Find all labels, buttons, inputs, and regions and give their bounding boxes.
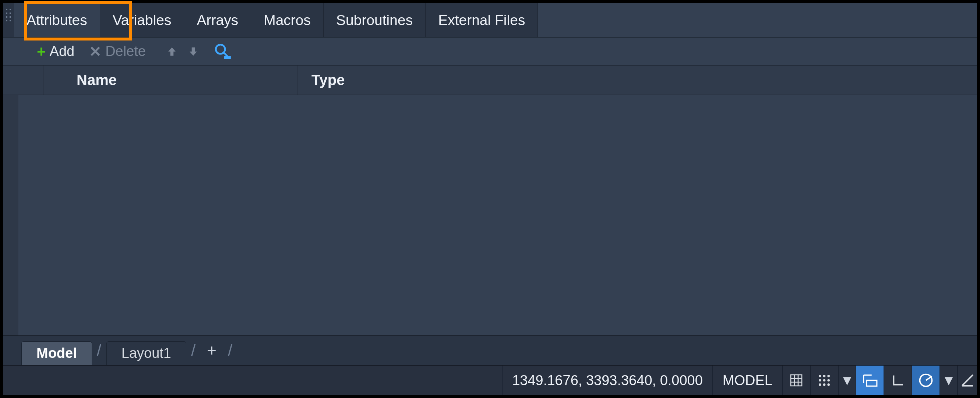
drag-handle-icon[interactable]	[6, 9, 11, 31]
tab-label: Attributes	[27, 12, 87, 29]
svg-point-8	[827, 379, 830, 382]
tab-arrays[interactable]: Arrays	[184, 3, 251, 37]
column-header-name[interactable]: Name	[43, 65, 298, 95]
angle-icon	[959, 372, 975, 388]
svg-point-5	[827, 375, 830, 377]
layout-tab-separator: /	[223, 341, 237, 360]
dynamic-input-button[interactable]	[856, 366, 883, 395]
layout-tab-separator: /	[186, 341, 200, 360]
grid-toggle-button[interactable]	[782, 366, 810, 395]
polar-dropdown[interactable]: ▼	[940, 366, 957, 395]
svg-point-6	[819, 379, 821, 382]
grid-header-handle	[3, 65, 43, 95]
column-label: Name	[76, 72, 117, 88]
svg-rect-12	[867, 380, 877, 386]
move-up-button[interactable]	[162, 43, 182, 60]
tab-label: Macros	[264, 12, 311, 29]
coords-text: 1349.1676, 3393.3640, 0.0000	[512, 373, 703, 388]
add-layout-button[interactable]: +	[200, 341, 223, 360]
isoplane-button[interactable]	[957, 366, 977, 395]
magnifier-icon	[213, 42, 232, 61]
svg-point-9	[819, 383, 821, 386]
panel-tabstrip: Attributes Variables Arrays Macros Subro…	[3, 3, 977, 38]
arrow-up-icon	[165, 45, 178, 59]
grid-icon	[789, 373, 803, 388]
statusbar-space-button[interactable]: MODEL	[712, 366, 782, 395]
chevron-down-icon: ▼	[840, 373, 854, 388]
tab-label: Subroutines	[336, 12, 413, 29]
column-header-type[interactable]: Type	[298, 65, 977, 95]
snap-dropdown[interactable]: ▼	[838, 366, 856, 395]
grid-header: Name Type	[3, 65, 977, 95]
statusbar: 1349.1676, 3393.3640, 0.0000 MODEL	[3, 365, 977, 395]
dynamic-input-icon	[862, 373, 878, 388]
svg-point-4	[823, 375, 826, 377]
tab-label: Arrays	[197, 12, 238, 29]
arrow-down-icon	[187, 45, 199, 59]
delete-label: Delete	[105, 43, 146, 59]
layout-tab-separator: /	[92, 341, 107, 360]
plus-icon: +	[37, 43, 46, 60]
delete-button[interactable]: ✕ Delete	[83, 41, 153, 62]
statusbar-coords: 1349.1676, 3393.3640, 0.0000	[502, 366, 712, 395]
tab-label: External Files	[438, 12, 525, 29]
layout-tab-label: Model	[37, 345, 77, 361]
column-label: Type	[312, 72, 345, 88]
svg-point-10	[823, 383, 826, 386]
panel-toolbar: + Add ✕ Delete	[3, 38, 977, 65]
svg-point-7	[823, 379, 826, 382]
svg-point-3	[819, 375, 821, 377]
add-button[interactable]: + Add	[30, 41, 81, 62]
ortho-toggle-button[interactable]	[883, 366, 912, 395]
svg-rect-2	[224, 56, 231, 59]
tab-attributes[interactable]: Attributes	[14, 3, 100, 37]
tab-macros[interactable]: Macros	[251, 3, 324, 37]
move-down-button[interactable]	[183, 43, 203, 60]
tab-subroutines[interactable]: Subroutines	[324, 3, 426, 37]
dots-grid-icon	[817, 373, 832, 388]
find-button[interactable]	[213, 42, 232, 61]
polar-icon	[918, 372, 934, 388]
layout-tab-layout1[interactable]: Layout1	[107, 341, 186, 365]
svg-point-11	[827, 383, 830, 386]
layout-tab-model[interactable]: Model	[21, 341, 92, 365]
ortho-icon	[891, 373, 905, 388]
layout-tab-label: Layout1	[121, 345, 171, 361]
svg-point-0	[216, 45, 225, 54]
plus-icon: +	[207, 341, 216, 359]
tabstrip-filler	[538, 3, 977, 37]
x-icon: ✕	[89, 43, 102, 60]
tab-variables[interactable]: Variables	[100, 3, 185, 37]
snap-toggle-button[interactable]	[810, 366, 838, 395]
polar-toggle-button[interactable]	[912, 366, 940, 395]
chevron-down-icon: ▼	[942, 373, 956, 388]
space-label: MODEL	[723, 373, 772, 388]
layout-tabbar: Model / Layout1 / + /	[3, 336, 977, 365]
tab-external-files[interactable]: External Files	[426, 3, 538, 37]
grid-body[interactable]	[3, 95, 977, 336]
tab-label: Variables	[113, 12, 172, 29]
add-label: Add	[50, 43, 75, 59]
